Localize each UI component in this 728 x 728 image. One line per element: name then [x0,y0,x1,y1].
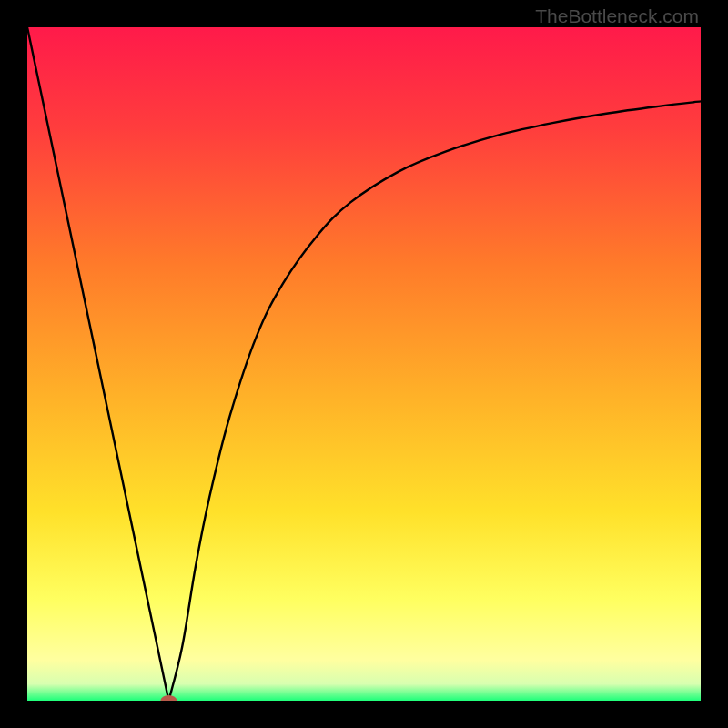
chart-svg [27,27,701,701]
chart-container: TheBottleneck.com [0,0,728,728]
gradient-background [27,27,701,701]
plot-area [27,27,701,701]
watermark-text: TheBottleneck.com [535,5,699,27]
